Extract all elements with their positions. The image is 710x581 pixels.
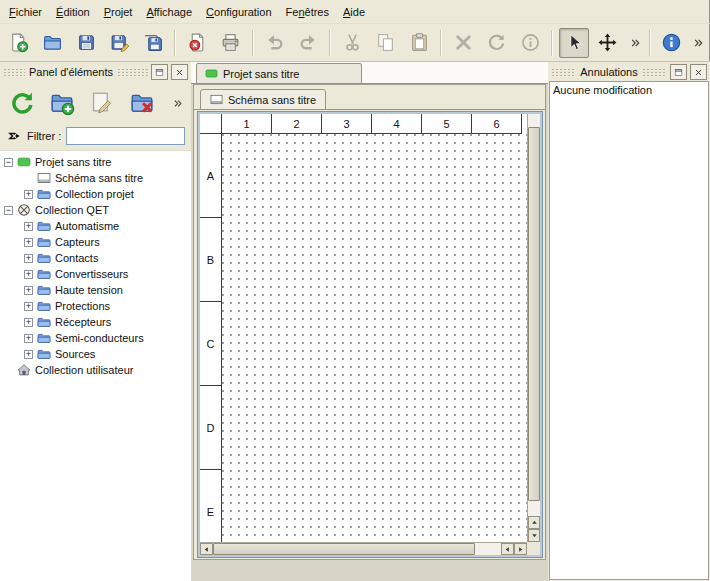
diagram-view[interactable]: 123456 ABCDE — [198, 112, 542, 557]
menu-affichage[interactable]: Affichage — [139, 3, 199, 21]
reload-collections-button[interactable] — [4, 85, 40, 121]
tree-item-collection-utilisateur[interactable]: Collection utilisateur — [0, 362, 191, 378]
scroll-up-button[interactable] — [528, 516, 540, 529]
tree-item-haute-tension[interactable]: +Haute tension — [0, 282, 191, 298]
arrow-left-icon — [503, 545, 512, 554]
tree-item-collection-qet[interactable]: −Collection QET — [0, 202, 191, 218]
delete-element-button[interactable] — [124, 85, 160, 121]
chevron-more-button[interactable] — [626, 28, 644, 58]
folder-icon — [37, 235, 51, 249]
dock-handle-texture — [3, 68, 25, 76]
chevron-more-icon — [628, 36, 642, 50]
tree-item-recepteurs[interactable]: +Récepteurs — [0, 314, 191, 330]
select-tool-icon — [564, 32, 585, 53]
tab-projet-sans-titre[interactable]: Projet sans titre — [196, 63, 362, 84]
select-tool-button[interactable] — [559, 28, 589, 58]
tree-expander[interactable]: + — [24, 222, 33, 231]
save-all-button[interactable] — [139, 28, 169, 58]
scroll-left-button-end[interactable] — [501, 543, 514, 555]
chevron-more-button[interactable] — [167, 91, 187, 115]
column-headers: 123456 — [222, 114, 522, 134]
float-window-icon — [154, 67, 165, 78]
tree-item-protections[interactable]: +Protections — [0, 298, 191, 314]
scroll-left-button[interactable] — [200, 543, 213, 555]
about-qet-button[interactable] — [657, 28, 687, 58]
tree-item-automatisme[interactable]: +Automatisme — [0, 218, 191, 234]
menu-aide[interactable]: Aide — [336, 3, 372, 21]
undo-panel-title: Annulations — [579, 66, 639, 78]
menu-fenetres[interactable]: Fenêtres — [279, 3, 336, 21]
tree-item-sources[interactable]: +Sources — [0, 346, 191, 362]
edit-element-icon — [89, 90, 115, 116]
rotate-icon — [486, 32, 507, 53]
column-header-5: 5 — [422, 114, 472, 133]
undo-button — [260, 28, 290, 58]
filter-input[interactable] — [66, 127, 185, 145]
filter-row: Filtrer : — [0, 126, 191, 150]
tree-item-collection-projet[interactable]: +Collection projet — [0, 186, 191, 202]
info-button — [516, 28, 546, 58]
diagram-canvas[interactable] — [222, 134, 527, 542]
vertical-scrollbar-thumb[interactable] — [528, 127, 540, 501]
cut-icon — [342, 32, 363, 53]
tree-expander[interactable]: − — [4, 206, 13, 215]
tree-expander[interactable]: + — [24, 318, 33, 327]
tree-expander[interactable]: + — [24, 270, 33, 279]
tree-item-label: Collection utilisateur — [35, 364, 133, 376]
horizontal-scrollbar[interactable] — [200, 542, 527, 555]
tree-item-convertisseurs[interactable]: +Convertisseurs — [0, 266, 191, 282]
float-elements-panel-button[interactable] — [151, 64, 168, 80]
tree-item-label: Haute tension — [55, 284, 123, 296]
menu-projet[interactable]: Projet — [97, 3, 140, 21]
close-file-button[interactable] — [182, 28, 212, 58]
new-element-button[interactable] — [44, 85, 80, 121]
close-file-icon — [187, 32, 208, 53]
float-window-icon — [673, 67, 684, 78]
menu-edition[interactable]: Édition — [49, 3, 97, 21]
undo-list[interactable]: Aucune modification — [549, 81, 709, 580]
tree-item-capteurs[interactable]: +Capteurs — [0, 234, 191, 250]
main-toolbar — [0, 24, 710, 62]
float-undo-panel-button[interactable] — [670, 64, 687, 80]
toolbar-separator — [174, 30, 176, 56]
tree-item-label: Semi-conducteurs — [55, 332, 144, 344]
redo-icon — [298, 32, 319, 53]
tree-item-contacts[interactable]: +Contacts — [0, 250, 191, 266]
tree-item-schema-sans-titre[interactable]: Schéma sans titre — [0, 170, 191, 186]
clear-filter-icon[interactable] — [6, 128, 22, 144]
tree-item-projet-sans-titre[interactable]: −Projet sans titre — [0, 154, 191, 170]
tree-expander[interactable]: + — [24, 238, 33, 247]
scroll-right-button[interactable] — [514, 543, 527, 555]
move-tool-button[interactable] — [593, 28, 623, 58]
save-as-button[interactable] — [105, 28, 135, 58]
about-qet-icon — [661, 32, 682, 53]
menu-fichier[interactable]: Fichier — [2, 3, 49, 21]
vertical-scrollbar[interactable] — [527, 114, 540, 542]
scroll-down-button[interactable] — [528, 529, 540, 542]
tree-expander[interactable]: − — [4, 158, 13, 167]
close-elements-panel-button[interactable] — [171, 64, 188, 80]
menu-configuration[interactable]: Configuration — [199, 3, 278, 21]
tree-expander[interactable]: + — [24, 254, 33, 263]
paste-icon — [409, 32, 430, 53]
project-tabbar: Projet sans titre — [191, 62, 548, 84]
tree-expander[interactable]: + — [24, 302, 33, 311]
tab-schema-sans-titre[interactable]: Schéma sans titre — [200, 89, 326, 110]
delete-element-icon — [129, 90, 155, 116]
open-document-button[interactable] — [38, 28, 68, 58]
chevron-more-button[interactable] — [689, 28, 707, 58]
tree-expander[interactable]: + — [24, 350, 33, 359]
tree-item-semi-conducteurs[interactable]: +Semi-conducteurs — [0, 330, 191, 346]
column-header-6: 6 — [472, 114, 522, 133]
horizontal-scrollbar-thumb[interactable] — [213, 543, 475, 555]
tree-expander[interactable]: + — [24, 334, 33, 343]
horizontal-scrollbar-trough[interactable] — [475, 543, 501, 555]
print-button[interactable] — [216, 28, 246, 58]
tree-expander[interactable]: + — [24, 286, 33, 295]
save-button[interactable] — [71, 28, 101, 58]
undo-panel: Annulations Aucune modification — [548, 62, 710, 581]
close-undo-panel-button[interactable] — [690, 64, 707, 80]
new-document-button[interactable] — [4, 28, 34, 58]
tree-expander[interactable]: + — [24, 190, 33, 199]
delete-button — [448, 28, 478, 58]
